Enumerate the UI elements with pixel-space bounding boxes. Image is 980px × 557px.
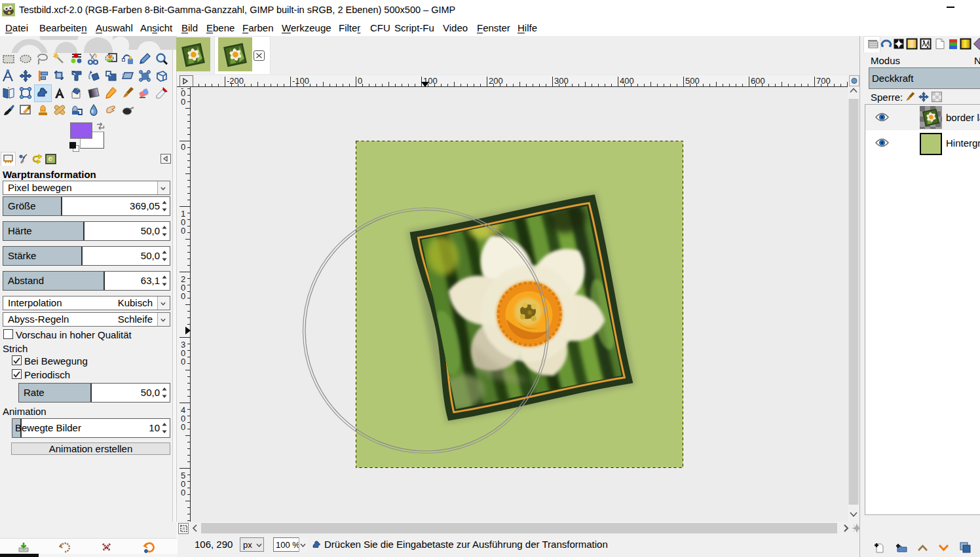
svg-text:0: 0 (181, 142, 185, 152)
svg-text:700: 700 (816, 76, 831, 86)
svg-text:-: - (181, 83, 183, 93)
svg-text:0: 0 (181, 357, 185, 367)
svg-text:0: 0 (181, 291, 185, 301)
svg-text:500: 500 (685, 76, 700, 86)
svg-text:600: 600 (751, 76, 765, 86)
svg-text:200: 200 (489, 76, 503, 86)
svg-text:0: 0 (181, 488, 185, 497)
svg-text:400: 400 (620, 76, 634, 86)
svg-text:-200: -200 (227, 76, 244, 86)
svg-text:-100: -100 (292, 76, 309, 86)
svg-text:0: 0 (181, 97, 185, 107)
svg-text:300: 300 (554, 76, 569, 86)
svg-text:0: 0 (358, 76, 362, 86)
svg-text:0: 0 (181, 422, 185, 432)
svg-text:0: 0 (181, 226, 185, 236)
